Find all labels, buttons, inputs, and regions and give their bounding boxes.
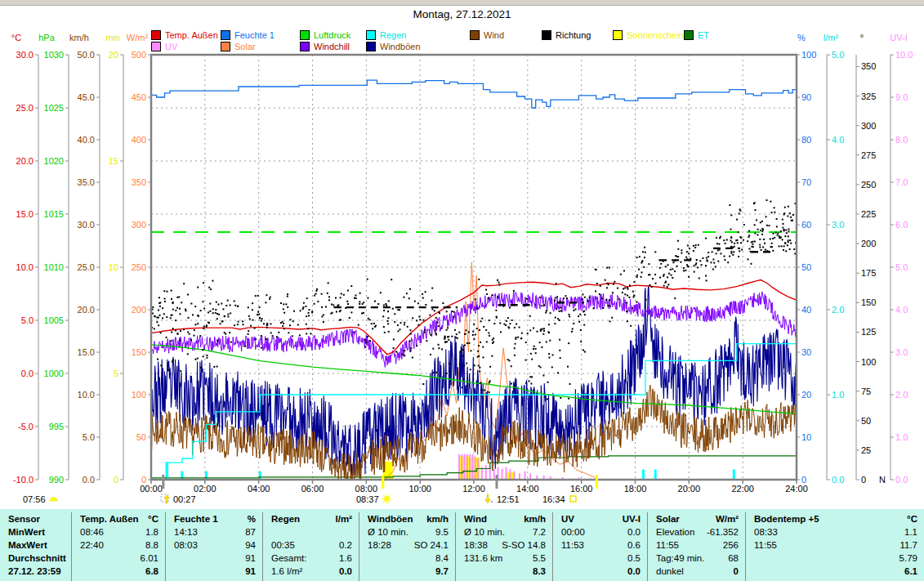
table-column-uv: UVUV-I00:000.011:530.60.50.0 (553, 512, 648, 581)
svg-text:45.0: 45.0 (78, 92, 95, 102)
table-column-solar: SolarW/m²Elevation-61.35211:55256Tag:49 … (648, 512, 746, 581)
weather-day-chart-window: Montag, 27.12.2021 Temp. AußenFeuchte 1L… (0, 0, 924, 581)
svg-text:8.0: 8.0 (895, 135, 908, 145)
svg-text:300: 300 (132, 220, 146, 230)
table-cell: 00:000.0 (553, 525, 647, 539)
row-label: MinWert (0, 525, 73, 539)
axis-pct: %0102030405060708090100 (797, 33, 816, 485)
series-layer (151, 80, 797, 480)
table-cell: 5.79 (746, 552, 924, 565)
table-cell: 11:5511.7 (746, 539, 924, 552)
svg-text:5: 5 (114, 369, 118, 378)
svg-text:W/m²: W/m² (127, 33, 149, 42)
svg-text:10.0: 10.0 (895, 50, 913, 60)
annotation-time: 07:56 (23, 494, 46, 504)
svg-text:275: 275 (861, 150, 876, 160)
svg-text:km/h: km/h (69, 33, 89, 42)
svg-text:5.0: 5.0 (895, 262, 908, 272)
svg-text:0.0: 0.0 (21, 369, 33, 378)
annotation-time: 00:27 (173, 494, 196, 504)
svg-text:06:00: 06:00 (301, 484, 324, 494)
svg-text:40: 40 (801, 305, 811, 315)
svg-text:500: 500 (132, 50, 146, 60)
svg-text:25: 25 (861, 445, 871, 455)
table-cell: Tag:49 min.68 (648, 552, 745, 565)
svg-text:50.0: 50.0 (78, 50, 95, 60)
svg-text:5.0: 5.0 (21, 315, 33, 325)
annotation-time: 08:37 (356, 494, 379, 504)
svg-text:200: 200 (861, 239, 876, 248)
axis-kmh: km/h0.05.010.015.020.025.030.035.040.045… (69, 33, 100, 485)
svg-text:10: 10 (801, 432, 811, 442)
svg-text:20: 20 (801, 390, 811, 400)
table-cell: 6.1 (746, 565, 924, 578)
svg-text:450: 450 (132, 92, 146, 102)
svg-text:990: 990 (49, 475, 64, 485)
axis-min: min05101520 (105, 33, 123, 485)
svg-text:4.0: 4.0 (895, 305, 908, 315)
svg-text:0: 0 (114, 475, 118, 485)
table-cell: 18:38S-SO 14.8 (456, 539, 552, 552)
svg-text:04:00: 04:00 (248, 484, 270, 494)
svg-text:0.0: 0.0 (83, 475, 95, 485)
svg-text:20.0: 20.0 (78, 305, 95, 315)
table-column-temp-au-en: Temp. Außen°C08:461.822:408.86.016.8 (72, 512, 166, 581)
row-label: Sensor (0, 512, 73, 525)
column-header: SolarW/m² (648, 512, 745, 525)
dawn-icon (48, 494, 59, 504)
svg-text:350: 350 (861, 61, 876, 71)
table-cell: 0.5 (553, 552, 647, 565)
svg-text:-5.0: -5.0 (18, 422, 33, 431)
svg-text:50: 50 (861, 416, 871, 426)
svg-text:6.0: 6.0 (895, 220, 908, 230)
sun-moon-annotations: 07:5600:2708:3712:5116:34 (0, 494, 924, 507)
svg-text:0: 0 (861, 475, 866, 485)
column-header: Regenl/m² (263, 512, 359, 525)
table-cell: 131.6 km5.5 (456, 552, 552, 565)
table-cell: Gesamt:1.6 (263, 552, 359, 565)
svg-text:%: % (797, 33, 806, 42)
svg-text:100: 100 (861, 357, 876, 367)
svg-text:10.0: 10.0 (16, 262, 33, 272)
svg-text:N: N (879, 475, 886, 485)
svg-text:0.0: 0.0 (832, 475, 844, 485)
table-cell: 6.8 (72, 565, 165, 578)
table-column-windb-en: Windböenkm/hØ 10 min.9.518:28SO 24.18.49… (359, 512, 456, 581)
weather-chart: °C-10.0-5.00.05.010.015.020.025.030.0hPa… (0, 0, 924, 509)
svg-text:150: 150 (861, 297, 876, 307)
svg-text:1010: 1010 (44, 262, 64, 272)
annotation-time: 16:34 (542, 494, 565, 504)
axis-degC: °C-10.0-5.00.05.010.015.020.025.030.0 (11, 33, 38, 485)
table-cell: 08:0394 (166, 539, 262, 552)
annotation-07-56: 07:56 (23, 494, 59, 504)
svg-text:22:00: 22:00 (731, 484, 754, 494)
svg-text:0.0: 0.0 (895, 475, 908, 485)
statistics-table: SensorMinWertMaxWertDurchschnitt27.12. 2… (0, 509, 924, 581)
svg-text:150: 150 (132, 347, 146, 357)
svg-text:5.0: 5.0 (832, 50, 844, 60)
svg-text:200: 200 (132, 305, 146, 315)
svg-text:80: 80 (801, 135, 811, 145)
column-header: Bodentemp +5°C (746, 512, 924, 525)
table-cell: 08:331.1 (746, 525, 924, 539)
svg-text:1025: 1025 (44, 103, 64, 113)
svg-text:20.0: 20.0 (16, 156, 33, 166)
table-cell: 8.4 (359, 552, 455, 565)
sunset-icon (568, 494, 578, 504)
table-cell: 91 (166, 565, 262, 578)
svg-text:15.0: 15.0 (78, 347, 95, 357)
axis-lm2: l/m²0.01.02.03.04.05.0 (824, 33, 844, 485)
axis-dir: °0N2550751001251501752002252502753003253… (856, 33, 886, 485)
svg-text:1005: 1005 (44, 315, 64, 325)
svg-text:30.0: 30.0 (78, 220, 95, 230)
svg-text:3.0: 3.0 (895, 347, 908, 357)
svg-text:hPa: hPa (38, 33, 55, 42)
table-column-bodentemp-5: Bodentemp +5°C08:331.111:5511.75.796.1 (746, 512, 924, 581)
svg-text:3.0: 3.0 (832, 220, 844, 230)
annotation-time: 12:51 (497, 494, 520, 504)
svg-text:min: min (105, 33, 120, 42)
svg-text:1030: 1030 (44, 50, 64, 60)
axis-hPa: hPa9909951000100510101015102010251030 (38, 33, 69, 485)
svg-text:14:00: 14:00 (516, 484, 539, 494)
svg-text:175: 175 (861, 268, 876, 278)
